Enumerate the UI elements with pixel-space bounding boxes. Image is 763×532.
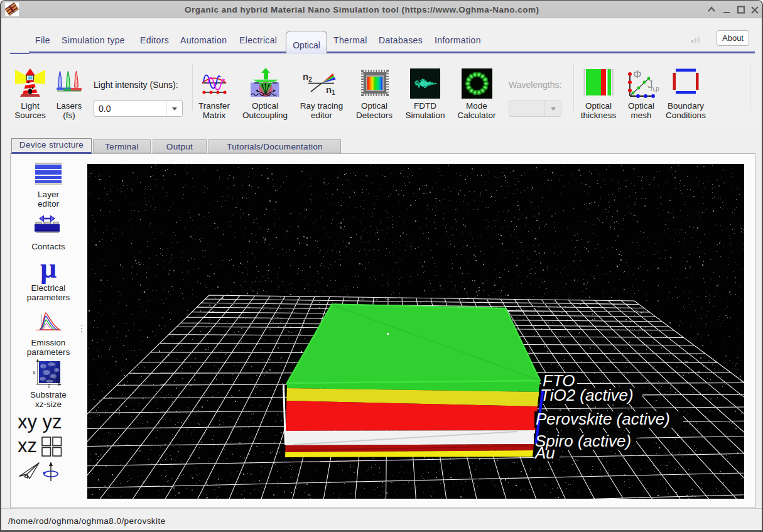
svg-text:n2: n2	[303, 71, 312, 83]
svg-text:z: z	[48, 383, 51, 388]
svg-text:TiO2 (active): TiO2 (active)	[540, 386, 634, 404]
svg-text:Perovskite (active): Perovskite (active)	[536, 410, 670, 428]
svg-text:Au: Au	[534, 443, 555, 462]
svg-text:Φ: Φ	[633, 68, 642, 80]
svg-text:x: x	[33, 369, 36, 376]
svg-text:n1: n1	[326, 84, 335, 96]
svg-text:n,p: n,p	[651, 85, 659, 92]
